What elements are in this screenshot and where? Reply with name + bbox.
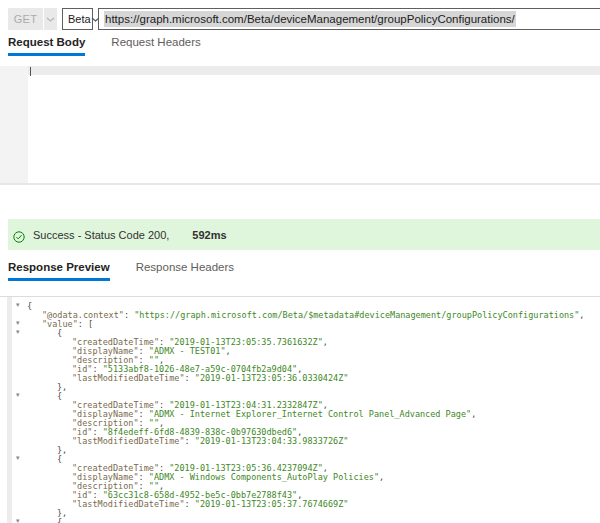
editor-text-cursor bbox=[30, 67, 31, 76]
version-select[interactable]: Beta bbox=[62, 8, 93, 30]
json-punctuation: , bbox=[323, 337, 328, 347]
request-bar: GET Beta https://graph.microsoft.com/Bet… bbox=[8, 8, 600, 30]
json-string-value: "2019-01-13T23:04:33.9833726Z" bbox=[195, 436, 349, 446]
response-tabs: Response Preview Response Headers bbox=[8, 261, 234, 281]
status-duration: 592ms bbox=[192, 229, 226, 241]
tab-request-headers[interactable]: Request Headers bbox=[111, 36, 201, 56]
json-punctuation: { bbox=[57, 391, 62, 401]
json-punctuation: { bbox=[27, 301, 32, 311]
json-punctuation: : bbox=[124, 310, 134, 320]
collapse-toggle-icon[interactable]: ▾ bbox=[16, 328, 20, 337]
tab-request-body[interactable]: Request Body bbox=[8, 36, 85, 56]
json-punctuation: { bbox=[57, 454, 62, 464]
json-punctuation: : bbox=[185, 499, 195, 509]
tab-response-preview[interactable]: Response Preview bbox=[8, 261, 110, 281]
editor-gutter bbox=[0, 66, 28, 183]
json-string-value: "2019-01-13T23:05:36.0330424Z" bbox=[195, 373, 349, 383]
json-punctuation: : bbox=[185, 373, 195, 383]
json-punctuation: , bbox=[226, 346, 231, 356]
json-string-value: "ADMX - Internet Explorer_Internet Contr… bbox=[149, 409, 471, 419]
json-line: }, bbox=[0, 383, 600, 392]
tab-response-headers[interactable]: Response Headers bbox=[136, 261, 234, 281]
status-bar: Success - Status Code 200, 592ms bbox=[8, 219, 600, 250]
json-line: ▾{ bbox=[0, 518, 600, 523]
url-text-selected: https://graph.microsoft.com/Beta/deviceM… bbox=[104, 11, 516, 27]
json-line: "lastModifiedDateTime": "2019-01-13T23:0… bbox=[0, 500, 600, 509]
request-tabs: Request Body Request Headers bbox=[8, 36, 201, 56]
collapse-toggle-icon[interactable]: ▾ bbox=[16, 301, 20, 310]
json-string-value: "2019-01-13T23:05:37.7674669Z" bbox=[195, 499, 349, 509]
method-label: GET bbox=[14, 13, 38, 25]
editor-active-line bbox=[0, 66, 600, 75]
json-punctuation: : [ bbox=[78, 319, 93, 329]
success-check-circle-icon bbox=[13, 229, 25, 241]
json-punctuation: , bbox=[579, 310, 584, 320]
json-punctuation: , bbox=[379, 472, 384, 482]
status-message: Success - Status Code 200, bbox=[33, 229, 169, 241]
method-select[interactable]: GET bbox=[8, 8, 43, 30]
response-preview-panel[interactable]: ▾{"@odata.context": "https://graph.micro… bbox=[0, 296, 600, 523]
version-label: Beta bbox=[68, 13, 91, 25]
json-punctuation: : bbox=[185, 436, 195, 446]
collapse-toggle-icon[interactable]: ▾ bbox=[16, 319, 20, 328]
collapse-toggle-icon[interactable]: ▾ bbox=[16, 391, 20, 400]
json-line: "lastModifiedDateTime": "2019-01-13T23:0… bbox=[0, 374, 600, 383]
json-line: }, bbox=[0, 446, 600, 455]
url-input[interactable]: https://graph.microsoft.com/Beta/deviceM… bbox=[98, 8, 600, 30]
request-body-editor[interactable] bbox=[0, 66, 600, 185]
json-string-value: "https://graph.microsoft.com/Beta/$metad… bbox=[134, 310, 579, 320]
json-line: }, bbox=[0, 509, 600, 518]
collapse-toggle-icon[interactable]: ▾ bbox=[16, 517, 20, 523]
json-key: "lastModifiedDateTime" bbox=[72, 436, 185, 446]
json-response-view: ▾{"@odata.context": "https://graph.micro… bbox=[0, 302, 600, 523]
json-line: "lastModifiedDateTime": "2019-01-13T23:0… bbox=[0, 437, 600, 446]
json-punctuation: { bbox=[57, 517, 62, 523]
json-punctuation: { bbox=[57, 328, 62, 338]
json-key: "lastModifiedDateTime" bbox=[72, 499, 185, 509]
json-punctuation: , bbox=[471, 409, 476, 419]
graph-explorer-app: GET Beta https://graph.microsoft.com/Bet… bbox=[0, 0, 600, 523]
method-chevron-down-icon[interactable] bbox=[44, 8, 57, 30]
json-string-value: "ADMX - Windows Components_AutoPlay Poli… bbox=[149, 472, 379, 482]
json-key: "lastModifiedDateTime" bbox=[72, 373, 185, 383]
json-line: ▾"value": [ bbox=[0, 320, 600, 329]
collapse-toggle-icon[interactable]: ▾ bbox=[16, 454, 20, 463]
